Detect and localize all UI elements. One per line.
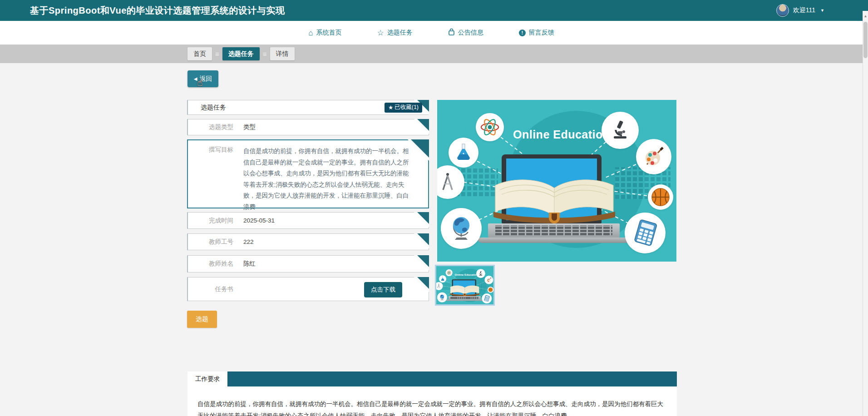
laptop-base xyxy=(477,238,631,243)
flask-icon xyxy=(439,275,446,282)
breadcrumb-bar: 首页 ≡ 选题任务 ≡ 详情 xyxy=(0,45,863,63)
field-row-deadline: 完成时间 2025-05-31 xyxy=(187,212,429,229)
download-button[interactable]: 点击下载 xyxy=(364,282,402,297)
breadcrumb: 首页 ≡ 选题任务 ≡ 详情 xyxy=(187,47,295,60)
announcement-icon xyxy=(448,28,455,37)
field-label: 任务书 xyxy=(188,285,233,293)
open-book xyxy=(490,175,619,225)
field-row-type: 选题类型 类型 xyxy=(187,119,429,135)
field-row-task-book: 任务书 点击下载 xyxy=(187,277,429,301)
nav-label: 公告信息 xyxy=(458,29,483,37)
calculator-icon xyxy=(482,293,492,303)
microscope-icon xyxy=(602,112,639,149)
work-requirement-section: 工作要求 自信是成功的前提，你拥有自信，就拥有成功的一半机会。相信自己是最棒的就… xyxy=(187,371,677,416)
breadcrumb-tab-topic-task[interactable]: 选题任务 xyxy=(222,47,260,60)
laptop-keyboard xyxy=(488,223,620,238)
flask-icon xyxy=(449,138,478,168)
nav-label: 留言反馈 xyxy=(529,29,554,37)
basketball-icon xyxy=(648,184,673,210)
atom-icon xyxy=(446,269,453,276)
microscope-icon xyxy=(476,269,485,278)
paint-palette-icon xyxy=(636,139,671,174)
star-icon: ☆ xyxy=(377,29,384,37)
scrollbar-thumb[interactable] xyxy=(863,22,868,58)
mouse-cursor-icon: ☝ xyxy=(197,77,203,88)
field-label: 撰写目标 xyxy=(188,146,233,154)
back-button[interactable]: ◀ 返回 xyxy=(187,70,218,87)
globe-icon xyxy=(441,208,482,249)
work-requirement-content: 自信是成功的前提，你拥有自信，就拥有成功的一半机会。相信自己是最棒的就一定会成就… xyxy=(187,386,677,416)
favorite-star-icon: ★ xyxy=(388,104,393,111)
field-row-goal: 撰写目标 自信是成功的前提，你拥有自信，就拥有成功的一半机会。相信自己是最棒的就… xyxy=(187,139,429,208)
nav-item-announcement[interactable]: 公告信息 xyxy=(448,28,483,37)
avatar xyxy=(776,4,789,17)
nav-label: 选题任务 xyxy=(387,29,413,37)
field-label: 完成时间 xyxy=(188,217,233,225)
scrollbar-up-icon[interactable]: ▲ xyxy=(863,14,868,18)
work-tab-bar: 工作要求 xyxy=(187,371,677,386)
field-label: 选题类型 xyxy=(188,123,233,131)
nav-item-feedback[interactable]: ! 留言反馈 xyxy=(519,29,554,37)
field-label: 教师工号 xyxy=(188,238,233,246)
favorited-badge[interactable]: ★ 已收藏(1) xyxy=(385,103,422,113)
user-menu[interactable]: 欢迎111 ▼ xyxy=(776,0,824,21)
breadcrumb-tab-home[interactable]: 首页 xyxy=(187,47,212,60)
tab-work-requirement[interactable]: 工作要求 xyxy=(187,371,227,386)
main-nav: ⌂ 系统首页 ☆ 选题任务 公告信息 ! 留言反馈 xyxy=(0,21,863,45)
feedback-icon: ! xyxy=(519,30,526,36)
paint-palette-icon xyxy=(484,276,493,284)
laptop-keyboard xyxy=(449,296,480,300)
select-topic-button[interactable]: 选题 xyxy=(187,311,217,328)
home-icon: ⌂ xyxy=(308,29,313,37)
laptop-base xyxy=(446,300,483,301)
breadcrumb-tab-detail[interactable]: 详情 xyxy=(270,47,295,60)
field-value: 2025-05-31 xyxy=(243,217,275,224)
chevron-down-icon: ▼ xyxy=(820,8,824,13)
education-banner[interactable]: Online Education xyxy=(437,100,676,262)
scrollbar-track[interactable]: ▲ xyxy=(863,11,868,416)
nav-item-home[interactable]: ⌂ 系统首页 xyxy=(308,29,341,37)
page-title: 基于SpringBoot和Vue的毕业设计选题管理系统的设计与实现 xyxy=(30,0,285,21)
favorite-count: 已收藏(1) xyxy=(395,104,419,111)
field-row-teacher-name: 教师姓名 陈红 xyxy=(187,255,429,272)
nav-item-topic-task[interactable]: ☆ 选题任务 xyxy=(377,29,413,37)
open-book xyxy=(449,284,480,297)
field-value: 陈红 xyxy=(243,260,256,268)
field-label: 教师姓名 xyxy=(188,260,233,268)
field-row-teacher-id: 教师工号 222 xyxy=(187,233,429,250)
field-value: 自信是成功的前提，你拥有自信，就拥有成功的一半机会。相信自己是最棒的就一定会成就… xyxy=(243,146,413,213)
panel-header-row: 选题任务 ★ 已收藏(1) xyxy=(187,100,429,115)
nav-label: 系统首页 xyxy=(316,29,342,37)
panel-title: 选题任务 xyxy=(201,104,226,112)
breadcrumb-separator-icon: ≡ xyxy=(215,50,219,58)
breadcrumb-separator-icon: ≡ xyxy=(263,50,267,58)
globe-icon xyxy=(437,292,447,302)
atom-icon xyxy=(476,113,504,141)
calculator-icon xyxy=(625,213,666,253)
education-thumbnail[interactable]: Online Education xyxy=(435,265,495,306)
banner-title: Online Education xyxy=(455,273,478,276)
app-header: 基于SpringBoot和Vue的毕业设计选题管理系统的设计与实现 欢迎111 … xyxy=(0,0,868,21)
field-value: 222 xyxy=(243,238,254,245)
page: 基于SpringBoot和Vue的毕业设计选题管理系统的设计与实现 欢迎111 … xyxy=(0,0,868,416)
field-value: 类型 xyxy=(243,123,256,131)
basketball-icon xyxy=(488,287,494,293)
education-banner: Online Education xyxy=(436,266,494,306)
banner-title: Online Education xyxy=(513,128,610,141)
welcome-text: 欢迎111 xyxy=(793,6,815,15)
